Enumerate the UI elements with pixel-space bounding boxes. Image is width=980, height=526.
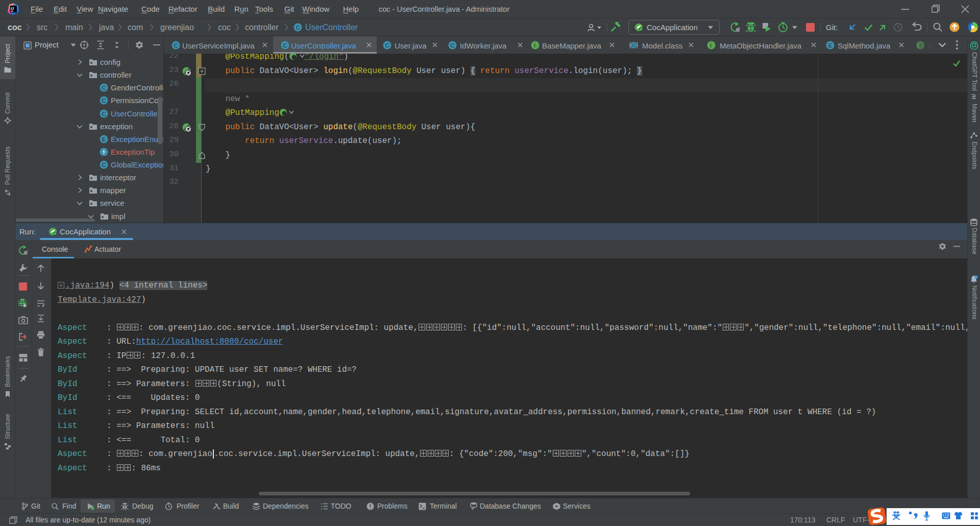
- svg-text:C: C: [102, 85, 106, 91]
- svg-text:C: C: [102, 98, 106, 104]
- svg-text:C: C: [632, 42, 636, 48]
- svg-text:C: C: [174, 42, 178, 49]
- svg-text:C: C: [283, 42, 287, 49]
- svg-text:C: C: [385, 42, 389, 49]
- svg-text:C: C: [296, 25, 300, 31]
- svg-text:IJ: IJ: [11, 6, 14, 11]
- svg-text:C: C: [102, 111, 106, 117]
- svg-text:I: I: [710, 42, 712, 49]
- svg-text:E: E: [828, 42, 832, 49]
- svg-text:C: C: [451, 42, 455, 49]
- svg-text:C: C: [102, 162, 106, 168]
- svg-text:I: I: [534, 42, 535, 49]
- svg-text:E: E: [102, 136, 106, 142]
